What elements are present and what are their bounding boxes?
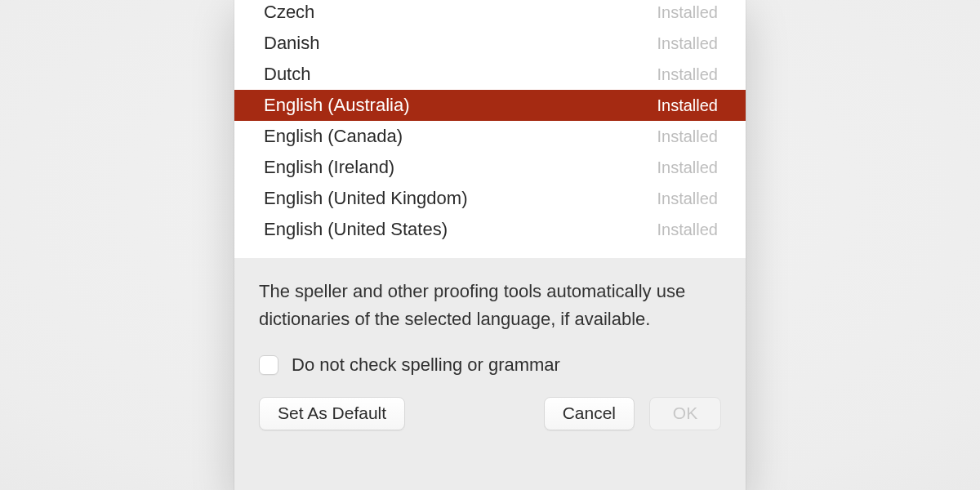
language-row[interactable]: English (Canada) Installed (234, 121, 746, 152)
set-default-button[interactable]: Set As Default (259, 397, 405, 430)
language-row[interactable]: Czech Installed (234, 0, 746, 28)
language-row[interactable]: English (Ireland) Installed (234, 152, 746, 183)
ok-button[interactable]: OK (649, 397, 721, 430)
language-name: English (Australia) (264, 95, 657, 116)
language-row[interactable]: Dutch Installed (234, 59, 746, 90)
language-status: Installed (657, 96, 719, 115)
language-name: English (Ireland) (264, 157, 657, 178)
language-status: Installed (657, 65, 719, 84)
language-status: Installed (657, 158, 719, 177)
checkbox-icon[interactable] (259, 355, 278, 375)
language-name: Czech (264, 2, 657, 23)
language-name: Danish (264, 33, 657, 54)
language-row[interactable]: Danish Installed (234, 28, 746, 59)
language-row[interactable]: English (United States) Installed (234, 214, 746, 245)
language-name: English (United States) (264, 219, 657, 240)
cancel-button[interactable]: Cancel (544, 397, 635, 430)
checkbox-label: Do not check spelling or grammar (292, 354, 560, 376)
dialog-button-row: Set As Default Cancel OK (234, 384, 746, 440)
language-name: Dutch (264, 64, 657, 85)
language-name: English (Canada) (264, 126, 657, 147)
language-status: Installed (657, 220, 719, 239)
spellcheck-toggle-row[interactable]: Do not check spelling or grammar (234, 336, 746, 384)
language-dialog: Czech Installed Danish Installed Dutch I… (234, 0, 746, 490)
language-row[interactable]: English (United Kingdom) Installed (234, 183, 746, 214)
language-name: English (United Kingdom) (264, 188, 657, 209)
language-status: Installed (657, 3, 719, 22)
language-status: Installed (657, 189, 719, 208)
proofing-description: The speller and other proofing tools aut… (234, 258, 746, 336)
language-row-selected[interactable]: English (Australia) Installed (234, 90, 746, 121)
language-status: Installed (657, 127, 719, 146)
window-backdrop: Czech Installed Danish Installed Dutch I… (0, 0, 980, 490)
language-status: Installed (657, 34, 719, 53)
language-listbox[interactable]: Czech Installed Danish Installed Dutch I… (234, 0, 746, 258)
